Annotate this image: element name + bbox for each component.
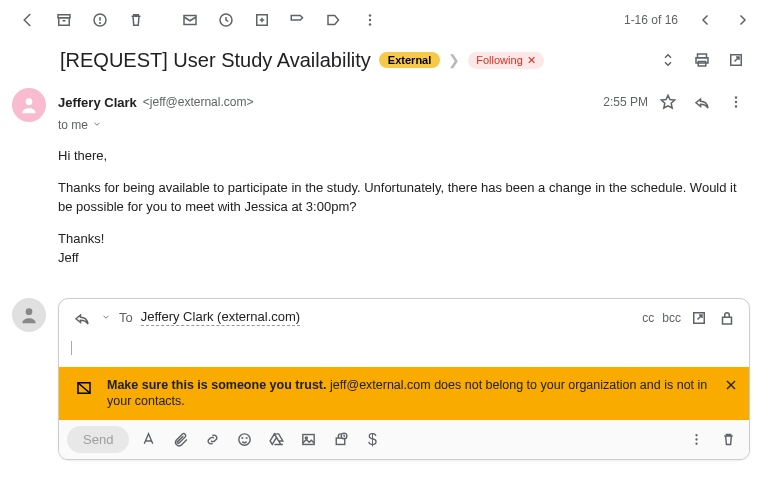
more-compose-icon[interactable] (683, 427, 709, 453)
bcc-button[interactable]: bcc (662, 311, 681, 325)
more-icon[interactable] (356, 6, 384, 34)
format-icon[interactable] (135, 427, 161, 453)
add-task-icon[interactable] (248, 6, 276, 34)
prev-icon[interactable] (692, 6, 720, 34)
important-marker-icon[interactable]: ❯ (448, 52, 460, 68)
emoji-icon[interactable] (231, 427, 257, 453)
chevron-down-icon[interactable] (101, 310, 111, 325)
recipient-chip[interactable]: Jeffery Clark (external.com) (141, 309, 300, 326)
svg-point-16 (735, 101, 737, 103)
svg-point-23 (242, 438, 243, 439)
image-icon[interactable] (295, 427, 321, 453)
reply-type-icon[interactable] (71, 307, 93, 329)
lock-icon[interactable] (717, 308, 737, 328)
svg-rect-25 (303, 435, 314, 445)
svg-point-22 (239, 434, 250, 445)
send-button[interactable]: Send (67, 426, 129, 453)
svg-point-14 (26, 98, 33, 105)
next-icon[interactable] (728, 6, 756, 34)
signature-icon[interactable]: $ (359, 427, 385, 453)
archive-icon[interactable] (50, 6, 78, 34)
compose-input[interactable] (59, 337, 749, 367)
svg-point-31 (695, 443, 697, 445)
open-new-icon[interactable] (722, 46, 750, 74)
warning-close-icon[interactable] (723, 377, 739, 398)
print-icon[interactable] (688, 46, 716, 74)
svg-point-17 (735, 105, 737, 107)
sender-name: Jeffery Clark (58, 95, 137, 110)
svg-point-18 (26, 308, 33, 315)
reply-icon[interactable] (688, 88, 716, 116)
sender-email: <jeff@external.com> (143, 95, 254, 109)
svg-point-7 (369, 14, 371, 16)
chevron-down-icon (92, 118, 102, 132)
following-badge[interactable]: Following✕ (468, 52, 543, 69)
snooze-icon[interactable] (212, 6, 240, 34)
back-icon[interactable] (14, 6, 42, 34)
timestamp: 2:55 PM (603, 95, 648, 109)
drive-icon[interactable] (263, 427, 289, 453)
my-avatar[interactable] (12, 298, 46, 332)
svg-point-24 (246, 438, 247, 439)
svg-point-9 (369, 23, 371, 25)
compose-box: To Jeffery Clark (external.com) cc bcc M… (58, 298, 750, 461)
svg-point-29 (695, 434, 697, 436)
labels-icon[interactable] (320, 6, 348, 34)
recipients-toggle[interactable]: to me (58, 118, 750, 132)
attach-icon[interactable] (167, 427, 193, 453)
mark-unread-icon[interactable] (176, 6, 204, 34)
popout-icon[interactable] (689, 308, 709, 328)
pagination-text: 1-16 of 16 (624, 13, 678, 27)
cc-button[interactable]: cc (642, 311, 654, 325)
warning-icon (75, 379, 93, 397)
link-icon[interactable] (199, 427, 225, 453)
expand-icon[interactable] (654, 46, 682, 74)
star-icon[interactable] (654, 88, 682, 116)
svg-rect-20 (723, 317, 732, 324)
more-msg-icon[interactable] (722, 88, 750, 116)
external-badge: External (379, 52, 440, 68)
close-icon[interactable]: ✕ (527, 54, 536, 67)
to-label: To (119, 310, 133, 325)
subject-text: [REQUEST] User Study Availability (60, 49, 371, 72)
external-warning: Make sure this is someone you trust. jef… (59, 367, 749, 421)
delete-icon[interactable] (122, 6, 150, 34)
svg-point-30 (695, 439, 697, 441)
spam-icon[interactable] (86, 6, 114, 34)
svg-point-8 (369, 19, 371, 21)
svg-point-15 (735, 96, 737, 98)
message-body: Hi there, Thanks for being available to … (58, 146, 750, 268)
move-icon[interactable] (284, 6, 312, 34)
confidential-icon[interactable] (327, 427, 353, 453)
sender-avatar[interactable] (12, 88, 46, 122)
svg-point-3 (100, 23, 101, 24)
discard-icon[interactable] (715, 427, 741, 453)
